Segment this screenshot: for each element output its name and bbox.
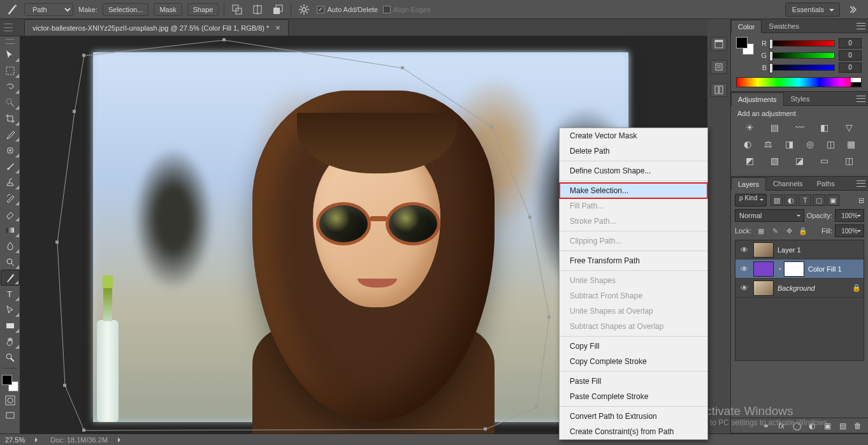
layer-row[interactable]: 👁Background🔒 xyxy=(735,279,864,298)
adj-balance-icon[interactable]: ⚖ xyxy=(762,138,776,150)
ctx-item[interactable]: Create Constraint(s) from Path xyxy=(560,424,707,439)
quick-mask-icon[interactable] xyxy=(4,394,17,407)
filter-toggle[interactable]: ⊟ xyxy=(858,196,864,205)
quick-select-tool[interactable] xyxy=(1,94,20,110)
make-mask-button[interactable]: Mask xyxy=(154,3,182,16)
new-group-icon[interactable]: ▣ xyxy=(822,421,832,430)
blend-mode-select[interactable]: Normal xyxy=(735,209,804,222)
crop-tool[interactable] xyxy=(1,110,20,126)
adj-selective-icon[interactable]: ◫ xyxy=(843,154,857,167)
filter-type-icon[interactable]: T xyxy=(799,194,811,206)
gear-icon[interactable] xyxy=(296,2,312,17)
new-layer-icon[interactable]: ▤ xyxy=(837,421,848,430)
ctx-item[interactable]: Paste Fill xyxy=(560,374,707,389)
path-arrange-icon[interactable] xyxy=(270,2,286,17)
layer-filter-kind[interactable]: ρ Kind xyxy=(735,194,767,207)
filter-pixel-icon[interactable]: ▧ xyxy=(770,194,783,206)
adj-vibrance-icon[interactable]: ▽ xyxy=(843,121,857,134)
auto-add-delete-checkbox[interactable]: Auto Add/Delete xyxy=(317,6,378,13)
path-select-tool[interactable] xyxy=(1,302,20,317)
layer-name[interactable]: Background xyxy=(778,284,852,292)
lock-all-icon[interactable]: 🔒 xyxy=(797,225,809,237)
collapse-panels-icon[interactable] xyxy=(845,5,863,14)
layer-row[interactable]: 👁⚭Color Fill 1 xyxy=(735,259,864,279)
healing-brush-tool[interactable] xyxy=(1,142,20,158)
eyedropper-tool[interactable] xyxy=(1,126,20,142)
path-mode-select[interactable]: Path xyxy=(24,3,73,16)
color-panel-swatches[interactable] xyxy=(736,37,754,55)
dock-character-icon[interactable] xyxy=(711,83,727,97)
blur-tool[interactable] xyxy=(1,238,20,254)
type-tool[interactable]: T xyxy=(1,286,20,302)
ctx-item[interactable]: Free Transform Path xyxy=(560,253,707,268)
rectangle-tool[interactable] xyxy=(1,317,20,333)
document-tab[interactable]: victor-ballesteros-XNIYz25pzII-unsplash.… xyxy=(24,19,289,36)
pen-tool[interactable] xyxy=(1,270,20,286)
hand-tool[interactable] xyxy=(1,333,20,349)
status-arrow-icon[interactable] xyxy=(118,437,123,442)
panel-menu-icon[interactable] xyxy=(857,179,865,188)
adj-channel-mixer-icon[interactable]: ◫ xyxy=(823,138,837,150)
adj-curves-icon[interactable]: 〰 xyxy=(793,121,807,134)
tab-styles[interactable]: Styles xyxy=(784,92,817,105)
workspace-switcher[interactable]: Essentials xyxy=(785,3,840,17)
dock-properties-icon[interactable] xyxy=(711,60,727,74)
color-spectrum[interactable] xyxy=(736,77,862,87)
zoom-tool[interactable] xyxy=(1,349,20,365)
lasso-tool[interactable] xyxy=(1,78,20,94)
link-layers-icon[interactable]: ⚭ xyxy=(761,421,771,430)
g-value[interactable]: 0 xyxy=(839,50,862,61)
dodge-tool[interactable] xyxy=(1,254,20,270)
ctx-item[interactable]: Delete Path xyxy=(560,143,707,159)
ctx-item[interactable]: Make Selection... xyxy=(560,183,707,198)
layer-fx-icon[interactable]: fx xyxy=(776,421,786,430)
ctx-item[interactable]: Paste Complete Stroke xyxy=(560,389,707,404)
adj-exposure-icon[interactable]: ◧ xyxy=(818,121,832,134)
gradient-tool[interactable] xyxy=(1,222,20,238)
lock-transparent-icon[interactable]: ▦ xyxy=(755,225,767,237)
doc-size-readout[interactable]: Doc: 18.1M/36.2M xyxy=(50,436,108,444)
visibility-toggle[interactable]: 👁 xyxy=(735,265,753,274)
brush-tool[interactable] xyxy=(1,158,20,174)
adj-levels-icon[interactable]: ▤ xyxy=(768,121,782,134)
ctx-item[interactable]: Convert Path to Extrusion xyxy=(560,409,707,424)
tab-color[interactable]: Color xyxy=(731,20,762,33)
zoom-readout[interactable]: 27.5% xyxy=(5,436,25,444)
adj-brightness-icon[interactable]: ☀ xyxy=(743,121,757,134)
tab-bar-grip[interactable] xyxy=(4,24,13,31)
ctx-item[interactable]: Copy Fill xyxy=(560,339,707,354)
tab-adjustments[interactable]: Adjustments xyxy=(731,92,784,106)
adj-threshold-icon[interactable]: ◪ xyxy=(793,154,807,167)
layer-name[interactable]: Color Fill 1 xyxy=(808,265,864,273)
visibility-toggle[interactable]: 👁 xyxy=(735,284,753,293)
g-slider[interactable] xyxy=(770,52,835,59)
filter-smart-icon[interactable]: ▣ xyxy=(827,194,839,206)
panel-menu-icon[interactable] xyxy=(857,94,865,103)
lock-position-icon[interactable]: ✥ xyxy=(783,225,795,237)
path-align-icon[interactable] xyxy=(250,2,265,17)
history-brush-tool[interactable] xyxy=(1,190,20,206)
move-tool[interactable] xyxy=(1,47,20,62)
tab-swatches[interactable]: Swatches xyxy=(762,19,806,33)
layer-row[interactable]: 👁Layer 1 xyxy=(735,240,864,259)
adj-hue-icon[interactable]: ◐ xyxy=(741,138,755,150)
ctx-item[interactable]: Define Custom Shape... xyxy=(560,163,707,179)
status-arrow-icon[interactable] xyxy=(35,437,40,442)
tab-layers[interactable]: Layers xyxy=(731,177,766,191)
adj-bw-icon[interactable]: ◨ xyxy=(782,138,796,150)
lock-image-icon[interactable]: ✎ xyxy=(769,225,781,237)
marquee-tool[interactable] xyxy=(1,62,20,78)
adj-posterize-icon[interactable]: ▧ xyxy=(768,154,782,167)
panel-menu-icon[interactable] xyxy=(857,22,865,31)
layer-name[interactable]: Layer 1 xyxy=(778,246,864,254)
make-shape-button[interactable]: Shape xyxy=(187,3,219,16)
tab-channels[interactable]: Channels xyxy=(766,177,809,190)
filter-shape-icon[interactable]: ▢ xyxy=(813,194,825,206)
dock-history-icon[interactable] xyxy=(711,37,727,51)
filter-adjust-icon[interactable]: ◐ xyxy=(785,194,797,206)
tab-paths[interactable]: Paths xyxy=(810,177,842,190)
ctx-item[interactable]: Copy Complete Stroke xyxy=(560,354,707,369)
adj-lookup-icon[interactable]: ▦ xyxy=(844,138,858,150)
color-swatches[interactable] xyxy=(2,375,18,391)
r-value[interactable]: 0 xyxy=(839,38,862,48)
